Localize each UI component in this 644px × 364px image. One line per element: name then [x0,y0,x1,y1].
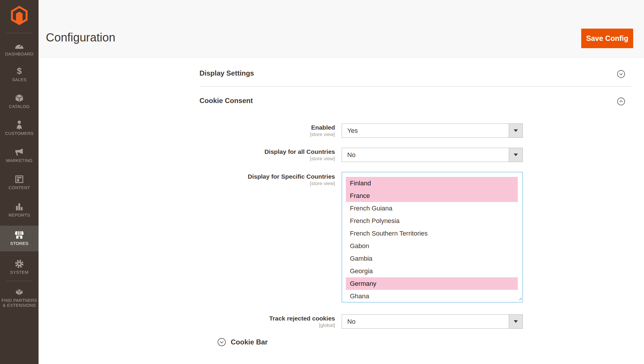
sidebar-item-label: CUSTOMERS [0,131,39,136]
admin-sidebar: DASHBOARD $ SALES CATALOG CUSTOMERS MARK… [0,0,39,364]
sidebar-item-content[interactable]: CONTENT [0,174,39,190]
field-label-display-specific-countries: Display for Specific Countries [store vi… [212,173,335,187]
field-label: Track rejected cookies [212,315,335,322]
customers-icon [0,120,39,130]
track-rejected-cookies-select[interactable]: No [342,314,523,329]
select-value: Yes [347,127,358,135]
field-label-enabled: Enabled [store view] [212,124,335,138]
chevron-down-circle-icon [218,338,226,346]
page-header [39,0,644,58]
sidebar-item-reports[interactable]: REPORTS [0,201,39,217]
enabled-select[interactable]: Yes [342,123,523,138]
section-cookie-consent[interactable]: Cookie Consent [199,97,253,105]
select-value: No [347,318,355,325]
select-value: No [347,151,355,159]
sidebar-item-label: REPORTS [0,213,39,217]
resize-grip-icon[interactable] [518,296,522,302]
country-option[interactable]: Germany [346,277,518,290]
sidebar-item-label: STORES [0,241,39,246]
country-option[interactable]: French Southern Territories [346,227,518,240]
dropdown-arrow-zone[interactable] [509,124,523,137]
country-option[interactable]: Gabon [346,240,518,252]
system-icon [0,259,39,269]
field-label: Display for all Countries [212,148,335,156]
field-scope: [global] [212,322,335,329]
sidebar-item-find-partners[interactable]: FIND PARTNERS & EXTENSIONS [0,287,39,308]
country-option[interactable]: Ghana [346,290,518,302]
display-all-countries-select[interactable]: No [342,148,523,162]
sidebar-item-dashboard[interactable]: DASHBOARD [0,40,39,56]
sidebar-item-label: SALES [0,77,39,82]
sidebar-divider [6,33,33,33]
sidebar-item-label: CONTENT [0,185,39,190]
dropdown-arrow-zone[interactable] [509,315,523,328]
sidebar-item-label: CATALOG [0,104,39,109]
subsection-cookie-bar[interactable]: Cookie Bar [218,338,268,346]
sidebar-item-label: DASHBOARD [0,51,39,56]
page-title: Configuration [46,30,115,44]
find-partners-icon [0,287,39,297]
sidebar-item-label: FIND PARTNERS [0,298,39,303]
sidebar-item-catalog[interactable]: CATALOG [0,93,39,109]
field-label: Enabled [212,124,335,131]
sidebar-item-sales[interactable]: $ SALES [0,66,39,82]
sidebar-item-label: SYSTEM [0,270,39,275]
save-config-button[interactable]: Save Config [581,29,633,48]
stores-icon [0,230,39,240]
sidebar-item-customers[interactable]: CUSTOMERS [0,120,39,136]
country-option[interactable]: France [346,189,518,202]
dropdown-arrow-icon [514,129,518,132]
sales-icon: $ [0,66,39,76]
magento-logo[interactable] [0,6,39,26]
field-scope: [store view] [212,156,335,162]
sidebar-item-label: MARKETING [0,158,39,163]
section-divider [199,86,631,86]
content-icon [0,174,39,184]
field-scope: [store view] [212,131,335,138]
sidebar-item-stores[interactable]: STORES [0,226,39,251]
country-option[interactable]: French Guiana [346,202,518,215]
country-option[interactable]: Gambia [346,252,518,265]
dropdown-arrow-icon [514,154,518,156]
chevron-down-circle-icon[interactable] [617,70,625,78]
sidebar-item-label: & EXTENSIONS [0,303,39,308]
specific-countries-multiselect[interactable]: Finland France French Guiana French Poly… [342,172,523,302]
catalog-icon [0,93,39,103]
field-label-display-all-countries: Display for all Countries [store view] [212,148,335,162]
sidebar-item-marketing[interactable]: MARKETING [0,147,39,163]
subsection-title: Cookie Bar [231,338,268,346]
country-option[interactable]: Georgia [346,265,518,277]
sidebar-divider [6,281,33,281]
reports-icon [0,201,39,211]
section-display-settings[interactable]: Display Settings [199,69,254,77]
country-options: Finland France French Guiana French Poly… [346,177,518,302]
dropdown-arrow-zone[interactable] [509,148,523,162]
chevron-up-circle-icon[interactable] [617,97,625,105]
field-scope: [store view] [212,180,335,187]
field-label-track-rejected-cookies: Track rejected cookies [global] [212,315,335,329]
sidebar-item-system[interactable]: SYSTEM [0,259,39,275]
country-option[interactable]: French Polynesia [346,215,518,227]
magento-logo-icon [11,6,28,25]
field-label: Display for Specific Countries [212,173,335,180]
marketing-icon [0,147,39,157]
country-option[interactable]: Finland [346,177,518,189]
dashboard-icon [0,40,39,50]
dropdown-arrow-icon [514,320,518,323]
